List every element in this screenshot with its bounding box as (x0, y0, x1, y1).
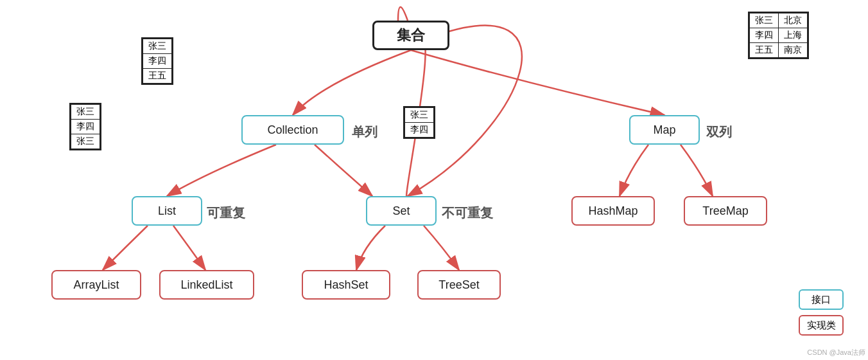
label-double: 双列 (706, 123, 732, 141)
node-treemap: TreeMap (684, 196, 767, 226)
label-nonrepeatable: 不可重复 (442, 204, 493, 222)
table-topmiddle: 张三 李四 王五 (141, 37, 173, 85)
node-root: 集合 (372, 21, 449, 50)
watermark: CSDN @Java法师 (807, 348, 865, 357)
table-leftstack: 张三 李四 张三 (69, 103, 101, 150)
table-midset: 张三 李四 (403, 106, 435, 139)
node-arraylist: ArrayList (51, 270, 141, 300)
node-hashmap: HashMap (571, 196, 655, 226)
diagram: 集合 Collection Map List Set HashMap TreeM… (0, 0, 868, 360)
legend-impl-item: 实现类 (799, 315, 849, 336)
node-set: Set (366, 196, 437, 226)
legend-interface-box: 接口 (799, 289, 844, 310)
node-linkedlist: LinkedList (159, 270, 254, 300)
legend-impl-box: 实现类 (799, 315, 844, 336)
node-treeset: TreeSet (417, 270, 501, 300)
arrows-svg (0, 0, 868, 360)
node-hashset: HashSet (302, 270, 390, 300)
node-list: List (132, 196, 202, 226)
label-single: 单列 (352, 123, 378, 141)
node-collection: Collection (241, 115, 344, 145)
legend: 接口 实现类 (799, 289, 849, 341)
node-map: Map (629, 115, 700, 145)
label-repeatable: 可重复 (207, 204, 245, 222)
legend-interface-item: 接口 (799, 289, 849, 310)
table-topright: 张三北京 李四上海 王五南京 (748, 12, 809, 59)
